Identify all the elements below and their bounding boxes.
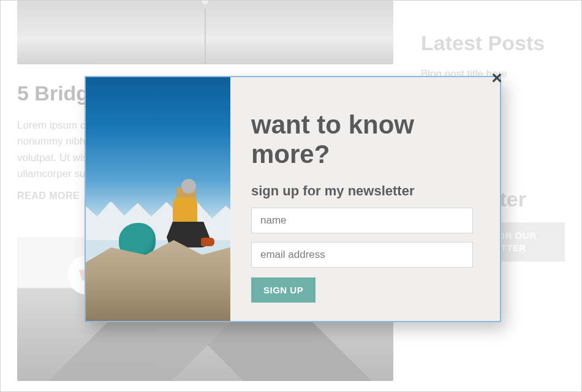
hiker-icon: [158, 179, 211, 252]
email-input[interactable]: [251, 242, 473, 268]
newsletter-modal: × want to know more? sign up for my news…: [85, 76, 501, 322]
modal-body: want to know more? sign up for my newsle…: [230, 77, 500, 321]
latest-posts-heading: Latest Posts: [421, 32, 565, 55]
modal-subtitle: sign up for my newsletter: [251, 183, 473, 199]
backpack-icon: [119, 223, 156, 256]
close-icon[interactable]: ×: [489, 72, 505, 88]
modal-image: [86, 77, 230, 321]
post-hero-image: [17, 0, 393, 64]
name-input[interactable]: [251, 208, 473, 233]
modal-title: want to know more?: [251, 110, 473, 170]
read-more-link[interactable]: READ MORE: [17, 190, 80, 202]
signup-button[interactable]: SIGN UP: [251, 277, 316, 303]
